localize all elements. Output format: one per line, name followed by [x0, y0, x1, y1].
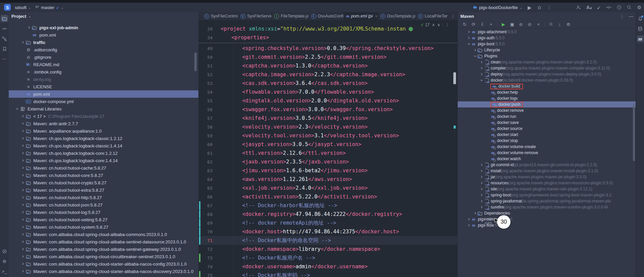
- chevron-right-icon[interactable]: [479, 205, 484, 210]
- project-tree-item[interactable]: Maven: com.alibaba.cloud:spring-cloud-al…: [9, 245, 198, 253]
- maven-tree-item[interactable]: Lifecycle: [458, 47, 636, 53]
- chevron-right-icon[interactable]: [20, 195, 26, 200]
- project-widget[interactable]: sdsoft ⌄: [15, 5, 31, 10]
- reload-all-maven-projects-icon[interactable]: ↻: [461, 21, 468, 28]
- chevron-right-icon[interactable]: [20, 165, 26, 171]
- project-tree-folder[interactable]: traffic: [9, 39, 198, 46]
- project-tree-item[interactable]: ≡derby.log: [9, 76, 198, 83]
- maven-tree-item[interactable]: minstall (org.apache.maven.plugins:maven…: [458, 168, 636, 174]
- chevron-down-icon[interactable]: [473, 54, 478, 58]
- chevron-right-icon[interactable]: [479, 175, 484, 179]
- code-line[interactable]: 56<swagger.fox.version>3.0.0</swagger.fo…: [198, 105, 457, 114]
- code-line[interactable]: 68<docker.registry>47.94.86.44:2222</doc…: [198, 210, 457, 219]
- project-panel-header[interactable]: Project ⌄: [9, 12, 198, 20]
- chevron-right-icon[interactable]: [479, 169, 484, 173]
- code-line[interactable]: 50<git.commit.version>2.2.5</git.commit.…: [198, 53, 457, 61]
- inspections-widget[interactable]: ✓ 17 ∧ ∨ ⋮: [419, 22, 451, 28]
- run-configuration-widget[interactable]: pigx-boot/Dockerfile ⌄: [473, 5, 522, 10]
- maven-goal-docker-volume-create[interactable]: mdocker:volume-create: [458, 144, 636, 150]
- chevron-right-icon[interactable]: [479, 199, 484, 203]
- chevron-right-icon[interactable]: [473, 211, 478, 216]
- chevron-right-icon[interactable]: [20, 232, 26, 237]
- editor-tab[interactable]: CSysFileServiceI: [238, 12, 272, 20]
- project-tree-item[interactable]: Maven: cn.hutool:hutool-extra:5.8.27: [9, 186, 198, 194]
- maven-tree-item[interactable]: mcompiler (org.apache.maven.plugins:mave…: [458, 65, 636, 71]
- project-tree-item[interactable]: ≡LICENSE: [9, 83, 198, 90]
- project-tree-item[interactable]: Maven: com.alibaba.cloud:spring-cloud-al…: [9, 238, 198, 245]
- code-line[interactable]: 65<xxl.job.version>2.4.0</xxl.job.versio…: [198, 184, 457, 192]
- maven-goal-docker-stop[interactable]: mdocker:stop: [458, 138, 636, 144]
- code-line[interactable]: 72<docker.namespace>library</docker.name…: [198, 245, 457, 253]
- chevron-right-icon[interactable]: [479, 181, 484, 185]
- services-icon[interactable]: [1, 247, 8, 255]
- maven-tree-item[interactable]: mpigx-attachment:5.5.0: [458, 29, 636, 35]
- maven-tool-icon[interactable]: m: [637, 36, 644, 42]
- chevron-right-icon[interactable]: [20, 150, 26, 156]
- project-tree-item[interactable]: Maven: cn.hutool:hutool-crypto:5.8.27: [9, 179, 198, 186]
- chevron-right-icon[interactable]: [466, 36, 471, 40]
- more-kebab-icon[interactable]: ⋮: [620, 14, 624, 19]
- project-tree-item[interactable]: Maven: cn.hutool:hutool-system:5.8.27: [9, 223, 198, 231]
- project-folder-icon[interactable]: [1, 15, 8, 22]
- editor-tab[interactable]: CLocalFileTempl: [416, 12, 448, 20]
- history-icon[interactable]: [617, 5, 621, 10]
- chevron-right-icon[interactable]: [26, 25, 32, 30]
- previous-problem-icon[interactable]: ∧: [432, 22, 435, 27]
- project-tree-item[interactable]: External Libraries: [9, 105, 198, 112]
- code-line[interactable]: 66<activiti.version>5.22.0</activiti.ver…: [198, 192, 457, 201]
- code-line[interactable]: 61<ttl.version>2.12.6</ttl.version>: [198, 149, 457, 157]
- chevron-right-icon[interactable]: [20, 187, 26, 193]
- maven-goal-docker-help[interactable]: mdocker:help: [458, 89, 636, 95]
- chevron-right-icon[interactable]: [20, 113, 26, 119]
- project-tree-item[interactable]: Maven: aopalliance:aopalliance:1.0: [9, 127, 198, 135]
- project-tree-item[interactable]: Maven: com.alibaba.cloud:spring-cloud-st…: [9, 260, 198, 268]
- chevron-right-icon[interactable]: [20, 128, 26, 134]
- close-icon[interactable]: ×: [375, 14, 377, 18]
- editor[interactable]: 20<project xmlns:xsi="http://www.w3.org/…: [198, 20, 457, 277]
- code-line[interactable]: 71<!-- Docker私服中的命名空间 -->: [198, 236, 457, 245]
- translate-icon[interactable]: Aa̸: [586, 5, 592, 10]
- chevron-right-icon[interactable]: [479, 163, 484, 167]
- next-problem-icon[interactable]: ∨: [437, 22, 440, 27]
- maven-goal-docker-run[interactable]: mdocker:run: [458, 113, 636, 120]
- maven-goal-docker-volume-remove[interactable]: mdocker:volume-remove: [458, 150, 636, 156]
- project-tree-item[interactable]: ⚙.editorconfig: [9, 46, 198, 53]
- maven-tree-item[interactable]: Plugins: [458, 53, 636, 59]
- settings-gear-icon[interactable]: ⚙: [637, 5, 641, 10]
- code-line[interactable]: 60<jasypt.version>3.0.5</jasypt.version>: [198, 140, 457, 149]
- chevron-right-icon[interactable]: [479, 72, 484, 77]
- run-maven-build-icon[interactable]: ▶: [500, 21, 507, 28]
- add-user-icon[interactable]: [576, 5, 581, 10]
- structure-icon[interactable]: [1, 35, 8, 42]
- maven-tree-item[interactable]: mresources (org.apache.maven.plugins:mav…: [458, 180, 636, 186]
- maven-tree-item[interactable]: mclean (org.apache.maven.plugins:maven-c…: [458, 59, 636, 65]
- chevron-right-icon[interactable]: [20, 254, 26, 259]
- project-scrollbar-thumb[interactable]: [194, 52, 197, 71]
- project-tree-item[interactable]: M↓README.md: [9, 61, 198, 68]
- add-maven-project-icon[interactable]: +: [487, 21, 495, 28]
- code-line[interactable]: 73<!-- Docker私服用户名 -->: [198, 253, 457, 262]
- more-kebab-icon[interactable]: ⋮: [547, 5, 552, 10]
- maven-tree-item[interactable]: mpigx-boot:5.5.0: [458, 41, 636, 47]
- chevron-right-icon[interactable]: [20, 202, 26, 207]
- project-tree-item[interactable]: Maven: ch.qos.logback:logback-classic:1.…: [9, 142, 198, 149]
- more-kebab-icon[interactable]: ⋮: [445, 22, 449, 27]
- project-tree-item[interactable]: mpom.xml: [9, 31, 198, 39]
- code-line[interactable]: 69<!-- docker remoteApi的地址 -->: [198, 219, 457, 227]
- chevron-right-icon[interactable]: [20, 143, 26, 148]
- download-sources-icon[interactable]: ⇩: [479, 21, 486, 28]
- chevron-right-icon[interactable]: [20, 246, 26, 252]
- chevron-right-icon[interactable]: [20, 180, 26, 185]
- editor-tab[interactable]: COssAutoConfig: [309, 12, 344, 20]
- maven-tree-item[interactable]: mspring-boot (org.springframework.boot:s…: [458, 192, 636, 198]
- execute-maven-goal-icon[interactable]: ▣: [508, 21, 516, 28]
- chevron-down-icon[interactable]: [466, 42, 471, 46]
- chevron-right-icon[interactable]: [20, 239, 26, 244]
- maven-goal-docker-remove[interactable]: mdocker:remove: [458, 107, 636, 113]
- arrow-down-left-icon[interactable]: ↙: [597, 5, 601, 10]
- chevron-right-icon[interactable]: [20, 136, 26, 141]
- code-line[interactable]: 74<docker.username>admin</docker.usernam…: [198, 262, 457, 271]
- code-line[interactable]: 64<aws.version>1.12.261</aws.version>: [198, 175, 457, 184]
- maven-tree-item[interactable]: Dependencies: [458, 210, 636, 216]
- maven-goal-docker-push[interactable]: mdocker:push: [458, 101, 636, 107]
